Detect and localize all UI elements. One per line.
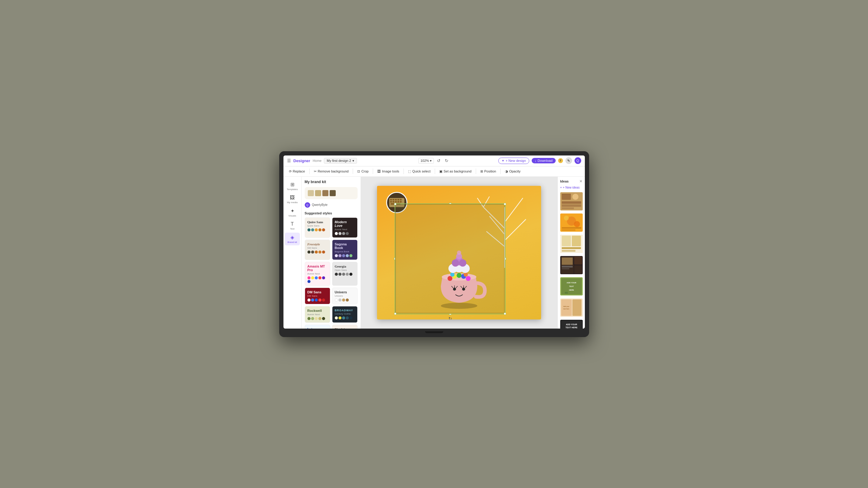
new-design-button[interactable]: ✦ + New design bbox=[498, 158, 529, 164]
zoom-selector[interactable]: 102% ▾ bbox=[418, 158, 434, 164]
style-colors-quire bbox=[307, 228, 328, 231]
svg-point-41 bbox=[452, 259, 459, 267]
sidebar-item-text[interactable]: T Text bbox=[285, 220, 300, 232]
position-button[interactable]: ⊞ Position bbox=[478, 168, 499, 174]
color-swatch-4[interactable] bbox=[330, 190, 336, 196]
svg-rect-75 bbox=[565, 292, 568, 294]
style-card-freestyle[interactable]: Freestyle Gill Sans bbox=[305, 239, 330, 260]
color-swatch-1[interactable] bbox=[308, 190, 314, 196]
color-swatch-3[interactable] bbox=[322, 190, 329, 196]
top-bar-center: 102% ▾ ↺ ↻ bbox=[418, 158, 450, 164]
dot bbox=[318, 228, 321, 231]
toolbar-divider-2 bbox=[353, 168, 353, 174]
style-card-dmsans[interactable]: DM Sans DM Sans bbox=[305, 288, 330, 304]
style-card-amasis[interactable]: Amasis MT Pro Avenir Next bbox=[305, 262, 330, 286]
dot bbox=[315, 251, 318, 254]
style-card-univers[interactable]: Univers Univers bbox=[332, 288, 358, 304]
design-canvas[interactable]: ↻ bbox=[377, 186, 541, 320]
svg-rect-77 bbox=[561, 299, 572, 316]
style-name-modern: Modern Love bbox=[335, 220, 355, 227]
project-name[interactable]: My first design 2 ▾ bbox=[324, 158, 357, 164]
undo-button[interactable]: ↺ bbox=[436, 158, 442, 164]
new-ideas-button[interactable]: + + New ideas bbox=[558, 185, 585, 190]
dot bbox=[335, 298, 338, 301]
zoom-dropdown-icon: ▾ bbox=[430, 159, 432, 163]
home-link[interactable]: Home bbox=[313, 159, 321, 162]
idea-thumbnail-7[interactable]: ADD YOUR TEXT HERE bbox=[560, 320, 583, 329]
dot bbox=[342, 298, 345, 301]
set-as-bg-button[interactable]: ▣ Set as background bbox=[437, 168, 474, 174]
style-card-playfair[interactable]: Playfair Display Tw Cen MT bbox=[332, 325, 358, 329]
idea-thumbnail-5[interactable]: ADD YOUR TEXT HERE bbox=[560, 277, 583, 295]
svg-rect-59 bbox=[562, 236, 571, 246]
idea-item-3 bbox=[558, 235, 585, 256]
style-sub-modern: Avenir Next bbox=[335, 228, 355, 231]
image-tools-button[interactable]: 🖼 Image tools bbox=[375, 168, 402, 174]
canvas-area[interactable]: ↻ bbox=[361, 177, 558, 329]
replace-button[interactable]: ⟳ Replace bbox=[286, 168, 307, 174]
templates-icon: ⊞ bbox=[290, 182, 294, 187]
dot bbox=[318, 276, 321, 280]
svg-rect-51 bbox=[562, 207, 574, 209]
canvas-content: ↻ bbox=[374, 183, 544, 323]
svg-text:HERE: HERE bbox=[569, 289, 574, 291]
style-card-modern[interactable]: Modern Love Avenir Next bbox=[332, 218, 358, 238]
svg-point-36 bbox=[464, 272, 468, 276]
redo-button[interactable]: ↻ bbox=[443, 158, 450, 164]
replace-icon: ⟳ bbox=[289, 169, 292, 173]
idea-thumbnail-3[interactable] bbox=[560, 235, 583, 253]
svg-text:text here: text here bbox=[563, 308, 569, 310]
opacity-button[interactable]: ◑ Opacity bbox=[502, 168, 523, 174]
style-colors-sagona bbox=[335, 254, 355, 257]
dot bbox=[322, 251, 325, 254]
sidebar-item-templates[interactable]: ⊞ Templates bbox=[285, 180, 300, 193]
style-card-lato[interactable]: Lato Lato bbox=[305, 325, 330, 329]
sidebar-item-brand-kit[interactable]: ◈ Brand kit bbox=[285, 233, 300, 246]
svg-rect-62 bbox=[562, 250, 576, 252]
svg-rect-11 bbox=[395, 199, 397, 200]
dot bbox=[322, 317, 325, 320]
rotate-handle[interactable]: ↻ bbox=[448, 316, 452, 320]
remove-bg-button[interactable]: ✂ Remove background bbox=[311, 168, 351, 174]
menu-icon[interactable]: ☰ bbox=[287, 158, 291, 163]
svg-rect-61 bbox=[562, 247, 581, 249]
top-bar: ☰ Designer Home My first design 2 ▾ 102%… bbox=[283, 156, 585, 166]
style-name-freestyle: Freestyle bbox=[307, 242, 328, 246]
style-name-broadway: BROADWAY bbox=[335, 309, 355, 312]
dot bbox=[335, 232, 338, 235]
sidebar-item-visuals[interactable]: ✦ Visuals bbox=[285, 206, 300, 219]
toolbar-divider-5 bbox=[435, 168, 435, 174]
svg-rect-65 bbox=[574, 257, 582, 264]
toolbar-divider-1 bbox=[309, 168, 310, 174]
svg-rect-78 bbox=[572, 299, 582, 316]
close-ideas-button[interactable]: ✕ bbox=[579, 179, 582, 184]
style-sub-sagona: Bagona Book bbox=[335, 250, 355, 253]
style-card-georgia[interactable]: Georgia Open Sans bbox=[332, 262, 358, 286]
svg-rect-16 bbox=[395, 201, 397, 202]
style-sub-quire: Quire Sans bbox=[307, 224, 328, 227]
idea-thumbnail-1[interactable] bbox=[560, 192, 583, 210]
sidebar-item-media[interactable]: 🖼 My media bbox=[285, 193, 300, 205]
svg-text:ADD YOUR: ADD YOUR bbox=[567, 282, 577, 284]
idea-thumbnail-6[interactable]: Add your text here bbox=[560, 298, 583, 317]
color-swatch-2[interactable] bbox=[315, 190, 321, 196]
style-card-sagona[interactable]: Sagona Book Bagona Book bbox=[332, 239, 358, 260]
download-button[interactable]: ↓ Download bbox=[532, 158, 555, 163]
avatar[interactable]: Q bbox=[575, 157, 581, 164]
dot bbox=[307, 251, 310, 254]
quick-select-button[interactable]: ⬚ Quick select bbox=[406, 168, 433, 174]
top-bar-right: ✦ + New design ↓ Download 7 ✎ Q bbox=[452, 157, 581, 164]
thumb-svg-3 bbox=[560, 235, 583, 253]
idea-thumbnail-2[interactable] bbox=[560, 214, 583, 232]
handle-bm[interactable] bbox=[449, 314, 452, 315]
share-icon[interactable]: ✎ bbox=[565, 157, 572, 164]
crop-button[interactable]: ⊡ Crop bbox=[355, 168, 371, 174]
dot bbox=[311, 276, 314, 280]
style-name-georgia: Georgia bbox=[335, 264, 355, 268]
svg-rect-67 bbox=[562, 258, 573, 265]
style-card-quire[interactable]: Quire Sans Quire Sans bbox=[305, 218, 330, 238]
style-card-rockwell[interactable]: Rockwell Avenir Next bbox=[305, 306, 330, 323]
idea-thumbnail-4[interactable] bbox=[560, 256, 583, 274]
style-card-broadway[interactable]: BROADWAY Century Gothic bbox=[332, 306, 358, 323]
style-colors-univers bbox=[335, 298, 355, 301]
